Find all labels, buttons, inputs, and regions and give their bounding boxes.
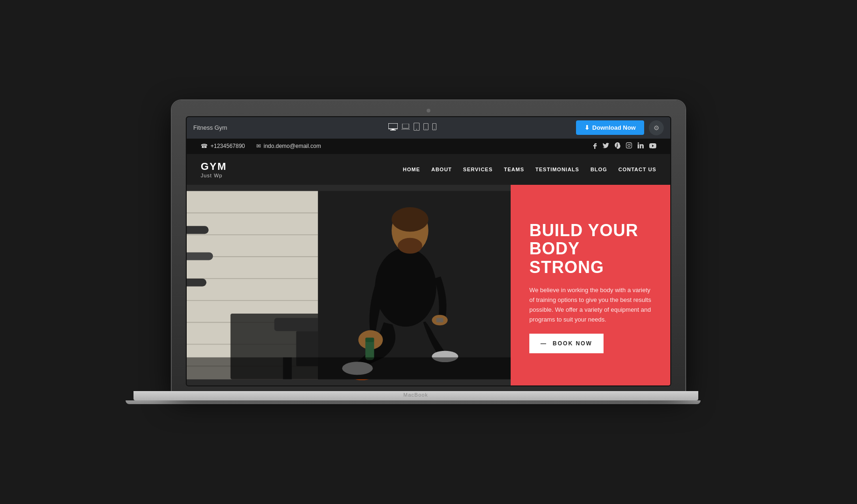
logo-main: GYM [201, 161, 227, 173]
macbook-wrapper: Fitness Gym [172, 100, 685, 404]
hero-red-panel: BUILD YOUR BODY STRONG We believe in wor… [511, 185, 670, 385]
nav-teams[interactable]: TEAMS [504, 167, 525, 172]
email-address: indo.demo@email.com [264, 143, 321, 149]
hero-headline-line2: STRONG [529, 258, 652, 277]
hero-headline: BUILD YOUR BODY STRONG [529, 221, 652, 277]
hero-image-svg [187, 185, 511, 385]
phone-icon: ☎ [201, 143, 208, 149]
site-wrapper: ☎ +1234567890 ✉ indo.demo@email.com [187, 139, 670, 385]
svg-rect-25 [187, 226, 209, 234]
facebook-icon[interactable] [593, 142, 597, 150]
svg-point-12 [630, 144, 631, 144]
svg-point-7 [426, 129, 427, 130]
instagram-icon[interactable] [626, 142, 632, 150]
book-label: BOOK NOW [553, 340, 592, 347]
nav-links: HOME ABOUT SERVICES TEAMS TESTIMONIALS B… [403, 167, 656, 172]
phone-number: +1234567890 [211, 143, 245, 149]
svg-point-5 [416, 129, 417, 130]
mobile-icon[interactable] [432, 123, 436, 132]
logo-sub: Just Wp [201, 173, 227, 178]
linkedin-icon[interactable] [638, 142, 644, 150]
device-icons [254, 123, 571, 133]
settings-icon[interactable]: ⚙ [649, 120, 664, 135]
youtube-icon[interactable] [649, 143, 656, 150]
hero-headline-line1: BUILD YOUR BODY [529, 221, 652, 258]
svg-point-11 [628, 144, 630, 147]
email-icon: ✉ [256, 143, 261, 149]
site-logo: GYM Just Wp [201, 161, 227, 178]
phone-contact: ☎ +1234567890 [201, 143, 245, 149]
svg-point-14 [638, 142, 639, 144]
laptop-icon[interactable] [401, 124, 410, 132]
svg-point-9 [434, 129, 435, 129]
svg-rect-10 [626, 143, 632, 148]
tablet-icon[interactable] [414, 123, 420, 133]
builder-toolbar: Fitness Gym [187, 117, 670, 139]
book-arrow-icon: — [541, 340, 547, 347]
nav-home[interactable]: HOME [403, 167, 420, 172]
contact-left: ☎ +1234567890 ✉ indo.demo@email.com [201, 143, 321, 149]
svg-rect-1 [392, 129, 394, 130]
nav-blog[interactable]: BLOG [590, 167, 607, 172]
twitter-icon[interactable] [603, 143, 609, 150]
book-now-button[interactable]: — BOOK NOW [529, 334, 604, 353]
svg-rect-27 [187, 278, 206, 286]
download-icon: ⬇ [584, 124, 590, 131]
hero-section: BUILD YOUR BODY STRONG We believe in wor… [187, 185, 670, 385]
svg-rect-3 [402, 124, 409, 128]
svg-rect-26 [187, 252, 213, 260]
hero-image [187, 185, 511, 385]
macbook-screen: Fitness Gym [186, 116, 671, 386]
macbook-foot [126, 400, 701, 404]
social-icons [593, 142, 656, 150]
macbook-screen-outer: Fitness Gym [172, 100, 685, 391]
svg-rect-0 [388, 123, 398, 129]
nav-services[interactable]: SERVICES [463, 167, 492, 172]
hero-description: We believe in working the body with a va… [529, 286, 652, 324]
svg-rect-2 [390, 130, 396, 131]
contact-bar: ☎ +1234567890 ✉ indo.demo@email.com [187, 139, 670, 154]
download-label: Download Now [592, 124, 636, 131]
site-nav: GYM Just Wp HOME ABOUT SERVICES TEAMS TE… [187, 154, 670, 185]
svg-rect-13 [638, 144, 639, 148]
nav-contact[interactable]: CONTACT US [618, 167, 656, 172]
macbook-camera [427, 109, 430, 112]
macbook-base [133, 391, 698, 400]
svg-rect-48 [318, 191, 511, 379]
download-button[interactable]: ⬇ Download Now [576, 120, 644, 135]
nav-about[interactable]: ABOUT [431, 167, 452, 172]
desktop-icon[interactable] [388, 123, 398, 133]
pinterest-icon[interactable] [615, 142, 620, 150]
email-contact: ✉ indo.demo@email.com [256, 143, 321, 149]
nav-testimonials[interactable]: TESTIMONIALS [535, 167, 579, 172]
builder-title: Fitness Gym [193, 124, 249, 131]
tablet-small-icon[interactable] [423, 123, 428, 132]
